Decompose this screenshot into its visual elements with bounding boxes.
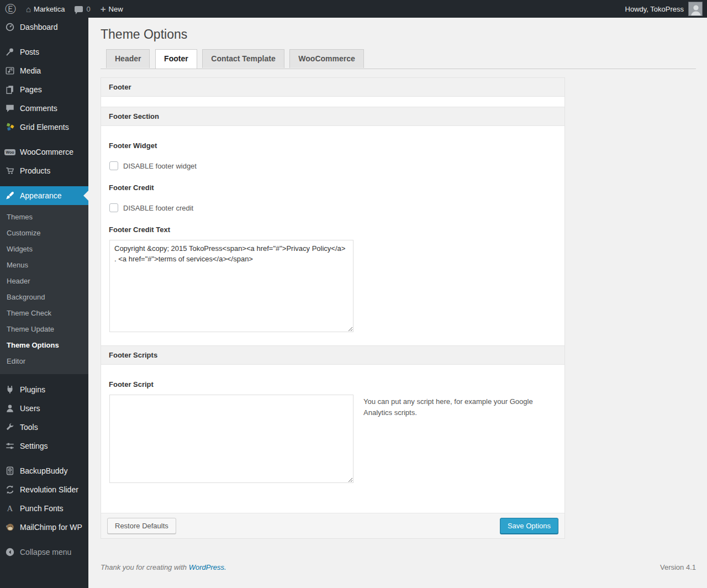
theme-options-panel: Footer Footer Section Footer Widget DISA… <box>101 77 565 539</box>
user-icon <box>4 403 15 414</box>
pages-icon <box>4 84 15 95</box>
user-avatar[interactable] <box>688 2 703 16</box>
sidebar-item-dashboard[interactable]: Dashboard <box>0 18 88 36</box>
sidebar-subitem-theme-check[interactable]: Theme Check <box>0 305 88 321</box>
sidebar-subitem-background[interactable]: Background <box>0 289 88 305</box>
wordpress-logo-icon: Ⓔ <box>5 3 16 14</box>
pushpin-icon <box>4 46 15 57</box>
footer-widget-label: Footer Widget <box>109 141 557 150</box>
site-name-link[interactable]: ⌂ Marketica <box>21 0 70 18</box>
home-icon: ⌂ <box>26 4 31 14</box>
admin-sidebar: Dashboard Posts Media Pages Comments Gri… <box>0 18 88 588</box>
sidebar-item-woocommerce[interactable]: Woo WooCommerce <box>0 143 88 161</box>
collapse-arrow-icon <box>4 547 15 558</box>
new-label: New <box>109 5 123 13</box>
plug-icon <box>4 384 15 395</box>
tab-contact-template[interactable]: Contact Template <box>202 49 284 68</box>
paintbrush-icon <box>4 190 15 201</box>
comment-bubble-icon <box>75 6 83 12</box>
dashboard-icon <box>4 22 15 33</box>
panel-spacer <box>101 97 564 107</box>
main-content: Theme Options Header Footer Contact Temp… <box>88 18 707 588</box>
admin-bar: Ⓔ ⌂ Marketica 0 + New Howdy, TokoPress <box>0 0 707 18</box>
footer-thanks-text: Thank you for creating with WordPress. <box>101 563 226 571</box>
sidebar-subitem-header[interactable]: Header <box>0 273 88 289</box>
sidebar-item-plugins[interactable]: Plugins <box>0 380 88 399</box>
sidebar-item-punch-fonts[interactable]: A Punch Fonts <box>0 499 88 518</box>
appearance-submenu: Themes Customize Widgets Menus Header Ba… <box>0 205 88 374</box>
wordpress-logo-menu[interactable]: Ⓔ <box>0 0 21 18</box>
save-options-button[interactable]: Save Options <box>500 518 558 534</box>
footer-credit-label: Footer Credit <box>109 183 557 192</box>
plus-icon: + <box>101 4 106 14</box>
woocommerce-icon: Woo <box>4 146 15 158</box>
sidebar-subitem-customize[interactable]: Customize <box>0 225 88 241</box>
sidebar-item-backupbuddy[interactable]: BackupBuddy <box>0 461 88 480</box>
sidebar-item-revolution-slider[interactable]: Revolution Slider <box>0 480 88 499</box>
sidebar-item-posts[interactable]: Posts <box>0 43 88 61</box>
sidebar-item-settings[interactable]: Settings <box>0 437 88 455</box>
sidebar-item-mailchimp[interactable]: MailChimp for WP <box>0 518 88 537</box>
mailchimp-monkey-icon <box>4 522 15 533</box>
comments-icon <box>4 103 15 114</box>
footer-script-help-text: You can put any script here, for example… <box>363 395 540 418</box>
section-header-footer-scripts: Footer Scripts <box>101 345 564 365</box>
disable-footer-widget-label[interactable]: DISABLE footer widget <box>123 162 197 170</box>
letter-a-icon: A <box>4 503 15 514</box>
footer-section-body: Footer Widget DISABLE footer widget Foot… <box>101 126 564 332</box>
cart-icon <box>4 165 15 176</box>
footer-credit-text-label: Footer Credit Text <box>109 225 557 234</box>
refresh-arrows-icon <box>4 484 15 495</box>
new-content-menu[interactable]: + New <box>96 0 128 18</box>
sidebar-subitem-widgets[interactable]: Widgets <box>0 241 88 257</box>
version-text: Version 4.1 <box>660 563 696 571</box>
media-icon <box>4 65 15 76</box>
sidebar-subitem-theme-update[interactable]: Theme Update <box>0 321 88 337</box>
sidebar-item-appearance[interactable]: Appearance <box>0 186 88 205</box>
comment-count: 0 <box>86 5 90 13</box>
disable-footer-widget-checkbox[interactable] <box>109 161 118 170</box>
tab-footer[interactable]: Footer <box>155 49 197 69</box>
admin-footer: Thank you for creating with WordPress. V… <box>101 563 696 571</box>
sidebar-item-users[interactable]: Users <box>0 399 88 418</box>
footer-script-textarea[interactable] <box>109 395 354 483</box>
sidebar-subitem-themes[interactable]: Themes <box>0 209 88 225</box>
section-header-footer-section: Footer Section <box>101 107 564 126</box>
sidebar-subitem-theme-options[interactable]: Theme Options <box>0 337 88 353</box>
sidebar-collapse-menu[interactable]: Collapse menu <box>0 543 88 561</box>
page-title: Theme Options <box>101 18 696 49</box>
footer-scripts-body: Footer Script You can put any script her… <box>101 365 564 513</box>
sidebar-subitem-menus[interactable]: Menus <box>0 257 88 273</box>
restore-defaults-button[interactable]: Restore Defaults <box>107 518 176 534</box>
settings-sliders-icon <box>4 440 15 452</box>
sidebar-item-products[interactable]: Products <box>0 161 88 180</box>
avatar-person-icon <box>689 2 703 16</box>
grid-elements-icon <box>4 122 15 133</box>
comments-adminbar-link[interactable]: 0 <box>70 0 95 18</box>
site-name: Marketica <box>34 5 65 13</box>
backupbuddy-icon <box>4 465 15 476</box>
sidebar-item-tools[interactable]: Tools <box>0 418 88 437</box>
sidebar-item-pages[interactable]: Pages <box>0 80 88 99</box>
sidebar-item-grid-elements[interactable]: Grid Elements <box>0 118 88 136</box>
howdy-account-link[interactable]: Howdy, TokoPress <box>625 5 684 13</box>
wordpress-link[interactable]: WordPress. <box>189 563 226 571</box>
footer-credit-text-textarea[interactable]: Copyright &copy; 2015 TokoPress<span><a … <box>109 240 354 332</box>
panel-action-bar: Restore Defaults Save Options <box>101 513 564 538</box>
group-header-footer[interactable]: Footer <box>101 78 564 97</box>
tab-woocommerce[interactable]: WooCommerce <box>289 49 363 68</box>
sidebar-subitem-editor[interactable]: Editor <box>0 353 88 369</box>
disable-footer-credit-checkbox[interactable] <box>109 203 118 212</box>
footer-script-label: Footer Script <box>109 380 557 389</box>
tab-bar: Header Footer Contact Template WooCommer… <box>101 49 696 69</box>
sidebar-item-media[interactable]: Media <box>0 61 88 80</box>
disable-footer-credit-label[interactable]: DISABLE footer credit <box>123 204 193 212</box>
wrench-icon <box>4 422 15 433</box>
sidebar-item-comments[interactable]: Comments <box>0 99 88 118</box>
tab-header[interactable]: Header <box>106 49 150 68</box>
